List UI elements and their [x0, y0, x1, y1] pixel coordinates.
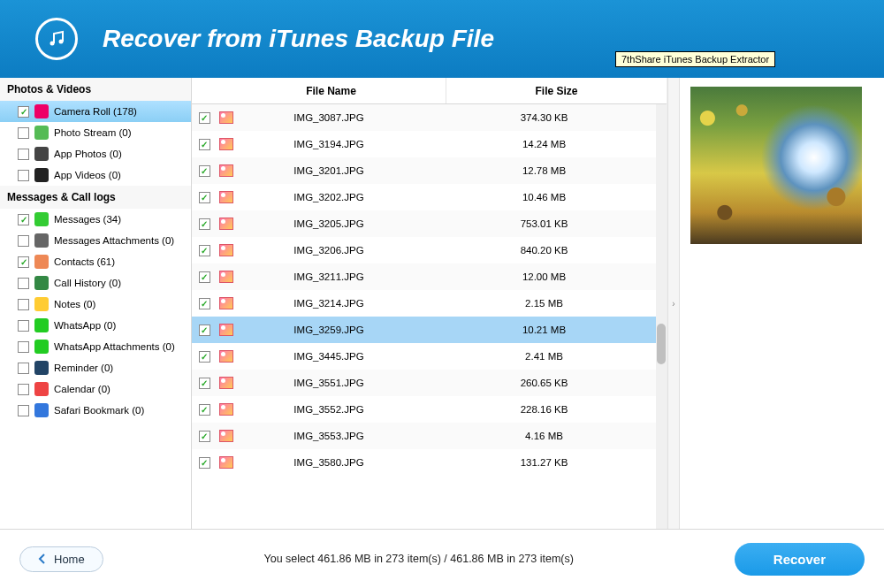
preview-image	[690, 87, 862, 244]
table-row[interactable]: IMG_3552.JPG228.16 KB	[192, 396, 667, 423]
sidebar-item-checkbox[interactable]	[18, 299, 29, 310]
scrollbar-track[interactable]	[656, 104, 667, 529]
sidebar-item[interactable]: Messages Attachments (0)	[0, 230, 191, 251]
file-type-icon	[217, 403, 236, 416]
sidebar-item-checkbox[interactable]	[18, 384, 29, 395]
table-row[interactable]: IMG_3580.JPG131.27 KB	[192, 449, 667, 476]
table-row[interactable]: IMG_3205.JPG753.01 KB	[192, 210, 667, 237]
file-type-icon	[217, 350, 236, 363]
row-checkbox[interactable]	[192, 298, 217, 309]
row-checkbox[interactable]	[192, 112, 217, 124]
table-row[interactable]: IMG_3551.JPG260.65 KB	[192, 370, 667, 396]
row-checkbox[interactable]	[192, 404, 217, 416]
chevron-left-icon	[38, 554, 47, 564]
table-row[interactable]: IMG_3259.JPG10.21 MB	[192, 317, 667, 343]
column-header-name[interactable]: File Name	[217, 78, 446, 103]
sidebar-item-checkbox[interactable]	[18, 363, 29, 374]
row-filename: IMG_3202.JPG	[236, 192, 422, 202]
table-body: IMG_3087.JPG374.30 KBIMG_3194.JPG14.24 M…	[192, 104, 667, 529]
row-filename: IMG_3552.JPG	[236, 404, 422, 415]
table-row[interactable]: IMG_3202.JPG10.46 MB	[192, 184, 667, 210]
row-checkbox[interactable]	[192, 192, 217, 203]
selection-status: You select 461.86 MB in 273 item(s) / 46…	[264, 553, 574, 565]
sidebar-item[interactable]: WhatsApp Attachments (0)	[0, 336, 191, 357]
sidebar-item[interactable]: Contacts (61)	[0, 251, 191, 272]
app-footer: Home You select 461.86 MB in 273 item(s)…	[0, 529, 884, 588]
sidebar-item[interactable]: App Photos (0)	[0, 143, 191, 164]
sidebar-item-label: Camera Roll (178)	[54, 106, 137, 117]
sidebar-item-label: Safari Bookmark (0)	[54, 405, 144, 416]
sidebar-item-checkbox[interactable]	[18, 235, 29, 247]
sidebar-item-checkbox[interactable]	[18, 341, 29, 353]
row-checkbox[interactable]	[192, 139, 217, 150]
sidebar-item[interactable]: Calendar (0)	[0, 378, 191, 400]
table-row[interactable]: IMG_3206.JPG840.20 KB	[192, 237, 667, 263]
table-row[interactable]: IMG_3553.JPG4.16 MB	[192, 423, 667, 449]
sidebar-item-checkbox[interactable]	[18, 106, 29, 118]
row-filesize: 2.41 MB	[422, 351, 667, 362]
sidebar-item[interactable]: Camera Roll (178)	[0, 101, 191, 122]
sidebar-item-checkbox[interactable]	[18, 405, 29, 416]
row-checkbox[interactable]	[192, 351, 217, 363]
sidebar-item-checkbox[interactable]	[18, 320, 29, 332]
sidebar-item[interactable]: Safari Bookmark (0)	[0, 400, 191, 421]
sidebar-item-checkbox[interactable]	[18, 278, 29, 289]
sidebar-item-icon	[34, 340, 49, 354]
svg-point-2	[59, 40, 64, 44]
sidebar-item-icon	[34, 104, 49, 118]
row-checkbox[interactable]	[192, 271, 217, 283]
scrollbar-thumb[interactable]	[657, 324, 666, 364]
sidebar-item[interactable]: Photo Stream (0)	[0, 122, 191, 143]
sidebar-item-checkbox[interactable]	[18, 214, 29, 225]
sidebar-item-checkbox[interactable]	[18, 170, 29, 181]
sidebar-item-icon	[34, 403, 49, 417]
recover-button[interactable]: Recover	[735, 543, 865, 576]
preview-panel	[680, 78, 884, 529]
sidebar-item-icon	[34, 126, 49, 140]
row-filesize: 12.78 MB	[422, 165, 667, 176]
table-row[interactable]: IMG_3194.JPG14.24 MB	[192, 131, 667, 157]
row-filesize: 260.65 KB	[422, 378, 667, 388]
row-filename: IMG_3211.JPG	[236, 271, 422, 282]
sidebar-item-label: WhatsApp (0)	[54, 320, 116, 331]
sidebar-item-checkbox[interactable]	[18, 127, 29, 139]
sidebar-item-icon	[34, 382, 49, 396]
row-checkbox[interactable]	[192, 165, 217, 177]
expand-preview-handle[interactable]: ›	[667, 78, 680, 529]
table-row[interactable]: IMG_3087.JPG374.30 KB	[192, 104, 667, 131]
sidebar-item-checkbox[interactable]	[18, 149, 29, 160]
row-checkbox[interactable]	[192, 431, 217, 442]
sidebar-item[interactable]: Reminder (0)	[0, 357, 191, 378]
sidebar-item[interactable]: Notes (0)	[0, 294, 191, 315]
row-checkbox[interactable]	[192, 325, 217, 336]
file-type-icon	[217, 244, 236, 256]
row-checkbox[interactable]	[192, 218, 217, 230]
sidebar-item-checkbox[interactable]	[18, 256, 29, 268]
sidebar-item-icon	[34, 147, 49, 161]
svg-point-1	[50, 42, 55, 46]
table-row[interactable]: IMG_3211.JPG12.00 MB	[192, 263, 667, 290]
table-row[interactable]: IMG_3445.JPG2.41 MB	[192, 343, 667, 370]
row-checkbox[interactable]	[192, 457, 217, 469]
sidebar-item-label: App Videos (0)	[54, 170, 121, 180]
sidebar-item[interactable]: Messages (34)	[0, 209, 191, 230]
sidebar-item-label: Messages Attachments (0)	[54, 235, 174, 246]
sidebar-item-label: App Photos (0)	[54, 149, 122, 159]
table-row[interactable]: IMG_3201.JPG12.78 MB	[192, 157, 667, 184]
row-checkbox[interactable]	[192, 245, 217, 256]
sidebar-item-label: Messages (34)	[54, 214, 121, 225]
sidebar-item[interactable]: Call History (0)	[0, 272, 191, 294]
category-sidebar: Photos & VideosCamera Roll (178)Photo St…	[0, 78, 192, 529]
sidebar-group-header: Photos & Videos	[0, 78, 191, 101]
column-header-size[interactable]: File Size	[446, 78, 667, 103]
sidebar-item-icon	[34, 168, 49, 182]
table-row[interactable]: IMG_3214.JPG2.15 MB	[192, 290, 667, 317]
page-title: Recover from iTunes Backup File	[103, 25, 494, 53]
row-checkbox[interactable]	[192, 378, 217, 389]
sidebar-item[interactable]: App Videos (0)	[0, 164, 191, 186]
sidebar-group-header: Messages & Call logs	[0, 186, 191, 209]
home-button[interactable]: Home	[19, 546, 103, 572]
sidebar-item[interactable]: WhatsApp (0)	[0, 315, 191, 336]
sidebar-item-label: Call History (0)	[54, 278, 121, 288]
file-type-icon	[217, 191, 236, 203]
